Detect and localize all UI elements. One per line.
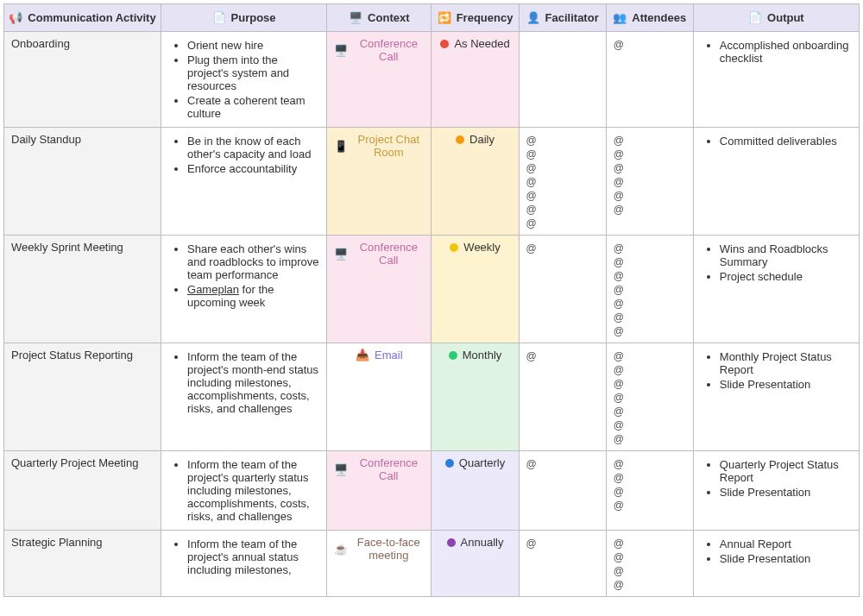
cell-output[interactable]: Committed deliverables (693, 128, 859, 236)
cell-purpose[interactable]: Orient new hirePlug them into the projec… (161, 32, 327, 128)
cell-output[interactable]: Wins and Roadblocks SummaryProject sched… (693, 236, 859, 343)
col-facilitator[interactable]: 👤Facilitator (519, 4, 606, 32)
purpose-item: Enforce accountability (187, 162, 319, 175)
cell-frequency[interactable]: Daily (432, 128, 519, 236)
cell-output[interactable]: Accomplished onboarding checklist (693, 32, 859, 128)
purpose-item: Gameplan for the upcoming week (187, 283, 319, 309)
context-tag: 🖥️Conference Call (334, 241, 424, 267)
table-row[interactable]: Strategic PlanningInform the team of the… (4, 531, 860, 597)
context-tag: ☕Face-to-face meeting (334, 536, 424, 562)
output-item: Wins and Roadblocks Summary (720, 242, 852, 268)
cell-purpose[interactable]: Share each other's wins and roadblocks t… (161, 236, 327, 343)
context-label: Project Chat Room (353, 133, 424, 159)
frequency-tag: Annually (447, 536, 504, 549)
mention-placeholder: @ (526, 350, 599, 362)
col-purpose[interactable]: 📄Purpose (161, 4, 327, 32)
cell-attendees[interactable]: @@@@ (606, 531, 693, 597)
cell-activity[interactable]: Daily Standup (4, 128, 161, 236)
cell-output[interactable]: Annual ReportSlide Presentation (693, 531, 859, 597)
col-context[interactable]: 🖥️Context (327, 4, 432, 32)
cell-facilitator[interactable]: @ (519, 236, 606, 343)
table-row[interactable]: OnboardingOrient new hirePlug them into … (4, 32, 860, 128)
cell-attendees[interactable]: @@@@@@ (606, 128, 693, 236)
project_chat_room-icon: 📱 (334, 140, 348, 153)
col-output[interactable]: 📄Output (693, 4, 859, 32)
output-item: Committed deliverables (720, 135, 852, 148)
mention-placeholder: @ (526, 176, 599, 188)
mention-placeholder: @ (614, 500, 686, 512)
mention-placeholder: @ (614, 148, 686, 160)
cell-facilitator[interactable]: @ (519, 451, 606, 531)
output-item: Project schedule (720, 270, 852, 283)
table-row[interactable]: Weekly Sprint MeetingShare each other's … (4, 236, 860, 343)
cell-frequency[interactable]: Monthly (432, 343, 519, 451)
mention-placeholder: @ (526, 537, 599, 550)
mention-placeholder: @ (614, 537, 686, 550)
table-row[interactable]: Project Status ReportingInform the team … (4, 343, 860, 451)
cell-attendees[interactable]: @@@@@@@ (606, 343, 693, 451)
purpose-item: Orient new hire (187, 39, 319, 52)
cell-activity[interactable]: Strategic Planning (4, 531, 161, 597)
cell-facilitator[interactable]: @ (519, 531, 606, 597)
cell-frequency[interactable]: Annually (432, 531, 519, 597)
mention-placeholder: @ (526, 190, 599, 202)
email-icon: 📥 (356, 349, 369, 361)
mention-placeholder: @ (526, 135, 599, 147)
col-frequency[interactable]: 🔁Frequency (432, 4, 519, 32)
cell-frequency[interactable]: Weekly (432, 236, 519, 343)
mention-placeholder: @ (614, 472, 686, 484)
cell-context[interactable]: 📥Email (327, 343, 432, 451)
mention-placeholder: @ (614, 298, 686, 310)
cell-facilitator[interactable] (519, 32, 606, 128)
col-activity[interactable]: 📢Communication Activity (4, 4, 161, 32)
mention-placeholder: @ (526, 204, 599, 216)
cell-context[interactable]: 🖥️Conference Call (327, 236, 432, 343)
mention-placeholder: @ (614, 405, 686, 418)
cell-frequency[interactable]: As Needed (432, 32, 519, 128)
context-label: Conference Call (353, 241, 424, 267)
cell-output[interactable]: Quarterly Project Status ReportSlide Pre… (693, 451, 859, 531)
purpose-item: Inform the team of the project's month-e… (187, 350, 319, 415)
cell-purpose[interactable]: Inform the team of the project's quarter… (161, 451, 327, 531)
cell-facilitator[interactable]: @ (519, 343, 606, 451)
mention-placeholder: @ (614, 364, 686, 376)
frequency-tag: As Needed (440, 37, 509, 50)
cell-context[interactable]: ☕Face-to-face meeting (327, 531, 432, 597)
cell-activity[interactable]: Quarterly Project Meeting (4, 451, 161, 531)
mention-placeholder: @ (614, 256, 686, 268)
mention-placeholder: @ (614, 551, 686, 563)
mention-placeholder: @ (614, 350, 686, 362)
table-row[interactable]: Daily StandupBe in the know of each othe… (4, 128, 860, 236)
frequency-label: Weekly (463, 241, 500, 254)
purpose-item: Inform the team of the project's annual … (187, 537, 319, 576)
cell-attendees[interactable]: @@@@@@@ (606, 236, 693, 343)
cell-context[interactable]: 🖥️Conference Call (327, 451, 432, 531)
communication-plan-table: 📢Communication Activity 📄Purpose 🖥️Conte… (3, 3, 860, 597)
cell-purpose[interactable]: Be in the know of each other's capacity … (161, 128, 327, 236)
col-frequency-label: Frequency (457, 11, 513, 24)
cell-activity[interactable]: Onboarding (4, 32, 161, 128)
cell-output[interactable]: Monthly Project Status ReportSlide Prese… (693, 343, 859, 451)
table-row[interactable]: Quarterly Project MeetingInform the team… (4, 451, 860, 531)
cell-activity[interactable]: Weekly Sprint Meeting (4, 236, 161, 343)
purpose-item: Inform the team of the project's quarter… (187, 458, 319, 523)
context-label: Conference Call (353, 456, 424, 482)
cell-activity[interactable]: Project Status Reporting (4, 343, 161, 451)
cell-frequency[interactable]: Quarterly (432, 451, 519, 531)
output-item: Slide Presentation (720, 486, 852, 499)
people-icon: 👥 (613, 11, 627, 24)
mention-placeholder: @ (614, 378, 686, 390)
mention-placeholder: @ (614, 270, 686, 282)
purpose-item: Share each other's wins and roadblocks t… (187, 242, 319, 281)
cell-facilitator[interactable]: @@@@@@@ (519, 128, 606, 236)
cell-context[interactable]: 📱Project Chat Room (327, 128, 432, 236)
cell-context[interactable]: 🖥️Conference Call (327, 32, 432, 128)
col-context-label: Context (368, 11, 409, 24)
col-attendees[interactable]: 👥Attendees (606, 4, 693, 32)
frequency-dot-icon (450, 243, 458, 252)
cell-attendees[interactable]: @@@@ (606, 451, 693, 531)
cell-attendees[interactable]: @ (606, 32, 693, 128)
cell-purpose[interactable]: Inform the team of the project's month-e… (161, 343, 327, 451)
cell-purpose[interactable]: Inform the team of the project's annual … (161, 531, 327, 597)
col-activity-label: Communication Activity (28, 11, 155, 24)
